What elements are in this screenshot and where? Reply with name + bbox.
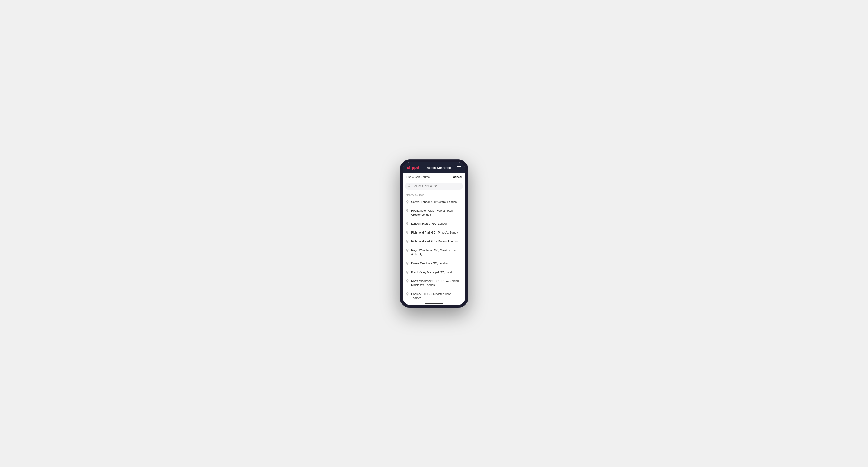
- search-icon: [408, 184, 411, 188]
- home-bar: [425, 304, 443, 304]
- home-indicator: [403, 303, 465, 305]
- pin-icon: [406, 200, 409, 204]
- pin-icon: [406, 271, 409, 274]
- list-item[interactable]: North Middlesex GC (1011942 - North Midd…: [403, 277, 465, 290]
- course-name: Richmond Park GC - Prince's, Surrey: [411, 231, 458, 235]
- search-bar: [405, 183, 463, 190]
- app-logo: clippd: [407, 165, 420, 170]
- list-item[interactable]: Central London Golf Centre, London: [403, 198, 465, 207]
- course-name: Roehampton Club - Roehampton, Greater Lo…: [411, 209, 462, 217]
- phone-screen: clippd Recent Searches Find a Golf Cours…: [403, 162, 465, 305]
- pin-icon: [406, 249, 409, 252]
- search-input[interactable]: [412, 185, 460, 188]
- content-area: Find a Golf Course Cancel Nearby: [403, 173, 465, 305]
- pin-icon: [406, 292, 409, 296]
- course-name: Coombe Hill GC, Kingston upon Thames: [411, 292, 462, 300]
- list-item[interactable]: London Scottish GC, London: [403, 219, 465, 228]
- list-item[interactable]: Roehampton Club - Roehampton, Greater Lo…: [403, 207, 465, 219]
- list-item[interactable]: Richmond Park GC - Duke's, London: [403, 237, 465, 246]
- course-name: Brent Valley Municipal GC, London: [411, 271, 455, 275]
- menu-icon[interactable]: [457, 166, 461, 169]
- list-item[interactable]: Dukes Meadows GC, London: [403, 259, 465, 268]
- nav-bar: clippd Recent Searches: [403, 162, 465, 173]
- pin-icon: [406, 222, 409, 225]
- svg-line-1: [410, 186, 411, 187]
- course-name: Royal Wimbledon GC, Great London Authori…: [411, 248, 462, 256]
- cancel-button[interactable]: Cancel: [453, 175, 462, 179]
- list-item[interactable]: Coombe Hill GC, Kingston upon Thames: [403, 290, 465, 303]
- pin-icon: [406, 279, 409, 283]
- find-header: Find a Golf Course Cancel: [403, 173, 465, 181]
- course-list: Central London Golf Centre, London Roeha…: [403, 198, 465, 303]
- course-name: London Scottish GC, London: [411, 222, 447, 226]
- course-name: Dukes Meadows GC, London: [411, 261, 448, 266]
- list-item[interactable]: Richmond Park GC - Prince's, Surrey: [403, 228, 465, 238]
- phone-frame: clippd Recent Searches Find a Golf Cours…: [400, 159, 468, 308]
- find-label: Find a Golf Course: [406, 175, 430, 179]
- pin-icon: [406, 240, 409, 243]
- pin-icon: [406, 231, 409, 234]
- pin-icon: [406, 262, 409, 265]
- pin-icon: [406, 209, 409, 212]
- nearby-section: Nearby courses Central London Golf Centr…: [403, 192, 465, 303]
- nav-title: Recent Searches: [426, 166, 451, 170]
- course-name: North Middlesex GC (1011942 - North Midd…: [411, 279, 462, 287]
- course-name: Richmond Park GC - Duke's, London: [411, 240, 458, 244]
- list-item[interactable]: Brent Valley Municipal GC, London: [403, 268, 465, 277]
- search-bar-wrapper: [403, 181, 465, 192]
- course-name: Central London Golf Centre, London: [411, 200, 457, 204]
- nearby-label: Nearby courses: [403, 192, 465, 198]
- list-item[interactable]: Royal Wimbledon GC, Great London Authori…: [403, 246, 465, 259]
